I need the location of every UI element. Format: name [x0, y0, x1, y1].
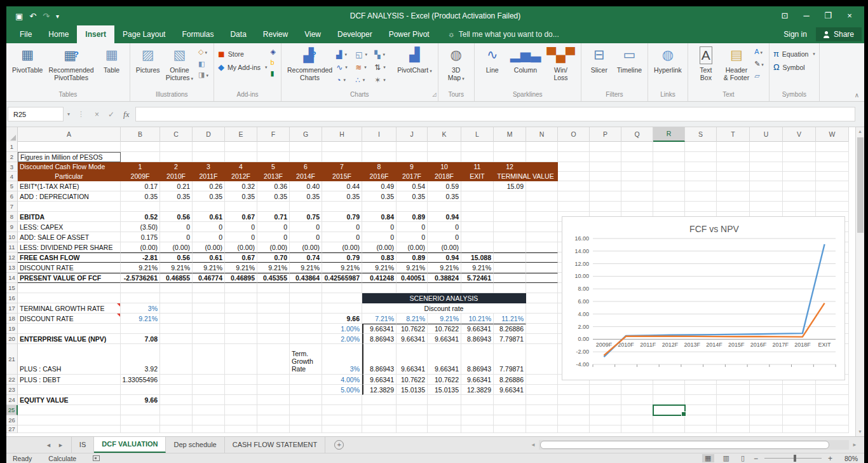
cell-A5[interactable]: EBIT*(1-TAX RATE) — [18, 181, 121, 191]
cell-H22[interactable]: 4.00% — [322, 375, 362, 385]
cell-V24[interactable] — [783, 395, 816, 405]
cell-R1[interactable] — [653, 142, 685, 152]
column-header-I[interactable]: I — [362, 127, 397, 142]
cell-A26[interactable] — [18, 415, 121, 425]
cell-U7[interactable] — [750, 202, 783, 212]
cell-V7[interactable] — [783, 202, 816, 212]
cell-A25[interactable] — [18, 405, 121, 415]
cell-M2[interactable] — [494, 152, 526, 162]
cell-L22[interactable]: 9.66341 — [461, 375, 494, 385]
cell-Q4[interactable] — [621, 172, 653, 181]
column-header-P[interactable]: P — [590, 127, 621, 142]
cell-K6[interactable]: 0.35 — [428, 191, 461, 202]
cell-I15[interactable] — [362, 283, 397, 293]
cell-N8[interactable] — [526, 212, 558, 222]
cell-A22[interactable]: PLUS : DEBT — [18, 375, 121, 385]
cell-J13[interactable]: 9.21% — [397, 263, 428, 273]
cell-M9[interactable] — [494, 222, 526, 232]
cell-R25[interactable] — [653, 405, 685, 415]
cell-F2[interactable] — [257, 152, 290, 162]
row-header-6[interactable]: 6 — [6, 191, 18, 202]
ribbon-display-icon[interactable]: ⊡ — [774, 6, 796, 25]
cell-K25[interactable] — [428, 405, 461, 415]
cell-C16[interactable] — [160, 293, 193, 303]
save-icon[interactable]: ▣ — [15, 11, 23, 21]
enter-icon[interactable]: ✓ — [108, 110, 114, 119]
cell-I9[interactable]: 0 — [362, 222, 397, 232]
cell-U24[interactable] — [750, 395, 783, 405]
cell-R26[interactable] — [653, 415, 685, 425]
hyperlink-button[interactable]: ◍Hyperlink — [652, 45, 684, 87]
cell-H9[interactable]: 0 — [322, 222, 362, 232]
cell-G21[interactable]: Term. Growth Rate — [290, 344, 322, 375]
cell-G3[interactable]: 6 — [290, 162, 322, 172]
cell-V6[interactable] — [783, 191, 816, 202]
row-header-2[interactable]: 2 — [6, 152, 18, 162]
cell-K3[interactable]: 10 — [428, 162, 461, 172]
zoom-in-icon[interactable]: + — [828, 454, 832, 463]
cell-K12[interactable]: 0.94 — [428, 252, 461, 263]
cell-B24[interactable]: 9.66 — [121, 395, 160, 405]
cell-N10[interactable] — [526, 232, 558, 242]
cell-J2[interactable] — [397, 152, 428, 162]
column-header-W[interactable]: W — [816, 127, 849, 142]
cell-A27[interactable] — [18, 425, 121, 433]
cell-C5[interactable]: 0.21 — [160, 181, 193, 191]
cell-D17[interactable] — [193, 303, 225, 314]
row-header-16[interactable]: 16 — [6, 293, 18, 303]
cell-K7[interactable] — [428, 202, 461, 212]
cell-J5[interactable]: 0.54 — [397, 181, 428, 191]
cell-U2[interactable] — [750, 152, 783, 162]
equation-button[interactable]: πEquation▾ — [773, 49, 815, 59]
cell-G15[interactable] — [290, 283, 322, 293]
row-header-18[interactable]: 18 — [6, 314, 18, 324]
cell-K23[interactable]: 15.0135 — [428, 385, 461, 395]
cell-U25[interactable] — [750, 405, 783, 415]
tab-insert[interactable]: Insert — [77, 25, 114, 43]
cell-C6[interactable]: 0.35 — [160, 191, 193, 202]
cell-M19[interactable]: 8.26886 — [494, 324, 526, 334]
cell-G23[interactable] — [290, 385, 322, 395]
column-header-E[interactable]: E — [225, 127, 257, 142]
view-page-layout-icon[interactable]: ▥ — [721, 454, 732, 462]
cell-I26[interactable] — [362, 415, 397, 425]
cell-V3[interactable] — [783, 162, 816, 172]
tab-power-pivot[interactable]: Power Pivot — [381, 25, 438, 43]
cell-L1[interactable] — [461, 142, 494, 152]
cell-P23[interactable] — [590, 385, 621, 395]
cell-O26[interactable] — [558, 415, 590, 425]
scroll-down-icon[interactable]: ▼ — [858, 427, 862, 436]
cell-G27[interactable] — [290, 425, 322, 433]
row-header-5[interactable]: 5 — [6, 181, 18, 191]
cell-R3[interactable] — [653, 162, 685, 172]
cell-N19[interactable] — [526, 324, 558, 334]
cell-E2[interactable] — [225, 152, 257, 162]
cell-L12[interactable]: 15.088 — [461, 252, 494, 263]
status-calculate[interactable]: Calculate — [48, 455, 76, 462]
cell-S3[interactable] — [685, 162, 717, 172]
cell-V26[interactable] — [783, 415, 816, 425]
cell-H12[interactable]: 0.79 — [322, 252, 362, 263]
cell-O23[interactable] — [558, 385, 590, 395]
tell-me-box[interactable]: ☼ Tell me what you want to do... — [448, 25, 559, 43]
dialog-launcher-icon[interactable]: ◿ — [433, 92, 437, 97]
cell-J3[interactable]: 9 — [397, 162, 428, 172]
row-header-13[interactable]: 13 — [6, 263, 18, 273]
cell-K5[interactable]: 0.59 — [428, 181, 461, 191]
cell-O2[interactable] — [558, 152, 590, 162]
cell-S2[interactable] — [685, 152, 717, 162]
cell-N1[interactable] — [526, 142, 558, 152]
tab-view[interactable]: View — [296, 25, 329, 43]
cell-A7[interactable] — [18, 202, 121, 212]
cell-K24[interactable] — [428, 395, 461, 405]
cell-G6[interactable]: 0.35 — [290, 191, 322, 202]
cell-D13[interactable]: 9.21% — [193, 263, 225, 273]
cell-H3[interactable]: 7 — [322, 162, 362, 172]
recommended-pivottables-button[interactable]: ▦Recommended PivotTables — [46, 45, 95, 87]
cell-T27[interactable] — [717, 425, 750, 433]
column-header-V[interactable]: V — [783, 127, 816, 142]
cell-I11[interactable]: (0.00) — [362, 242, 397, 252]
name-box[interactable]: R25 — [8, 107, 64, 121]
cell-T5[interactable] — [717, 181, 750, 191]
cell-I23[interactable]: 12.3829 — [362, 385, 397, 395]
